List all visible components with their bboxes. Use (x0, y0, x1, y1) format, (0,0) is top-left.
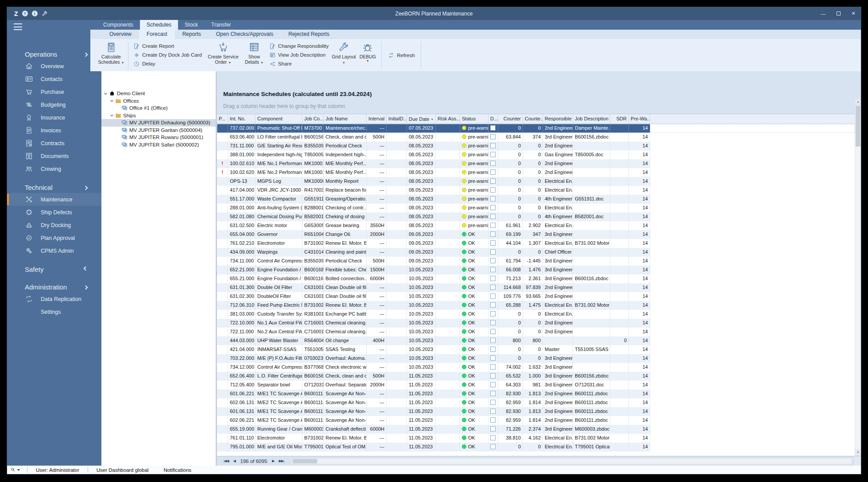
sidebar-item-contacts[interactable]: Contacts (7, 73, 101, 85)
sidebar-item-plan-approval[interactable]: Plan Approval (7, 231, 101, 244)
table-row[interactable]: 602.06.221M/E2 TC Scavenge Air S...B6001… (217, 416, 855, 425)
sidebar-item-dry-docking[interactable]: Dry Docking (7, 219, 101, 231)
tree-item-ships[interactable]: Ships (101, 112, 216, 120)
column-header-sdr[interactable]: SDR (610, 114, 629, 124)
column-header-risk[interactable]: Risk Ass... (436, 114, 460, 124)
expand-caret-icon[interactable] (110, 99, 113, 102)
tab-stock[interactable]: Stock (178, 20, 205, 30)
table-row[interactable]: 551.17.000Waste CompactorG551911Greasing… (217, 195, 855, 204)
table-row[interactable]: 712.06.310Feed Pump Electric Mo...B73100… (217, 301, 855, 310)
column-header-counter[interactable]: Counter (498, 114, 523, 124)
sidebar-item-purchase[interactable]: Purchase (7, 85, 101, 98)
pager-prev-button[interactable]: ◀ (233, 459, 235, 463)
table-row[interactable]: 434.09.000WarpingsC431014Cleaning and pa… (217, 248, 855, 257)
column-header-p[interactable]: P... (217, 114, 228, 124)
table-row[interactable]: 652.21.000Engine Foundation / Pi...B6001… (217, 266, 855, 274)
row-checkbox[interactable] (490, 187, 496, 193)
row-checkbox[interactable] (490, 293, 496, 299)
column-header-counter2[interactable]: Counte... (523, 114, 543, 124)
expand-caret-icon[interactable] (110, 113, 113, 116)
row-checkbox[interactable] (490, 196, 496, 201)
row-checkbox[interactable] (490, 134, 496, 139)
table-row[interactable]: 703.22.000M/E (P) F.O.Auto Filter0703023… (217, 354, 855, 363)
row-checkbox[interactable] (490, 214, 496, 219)
table-row[interactable]: 421.04.000INMARSAT-SSAST551005SSAS Testi… (217, 345, 855, 354)
table-row[interactable]: 602.06.131M/E2 TC Scavenge Air S...B6001… (217, 398, 855, 407)
table-row[interactable]: 722.11.000No.2 Aux Central FW C...C71600… (217, 328, 855, 336)
table-row[interactable]: 601.06.221M/E1 TC Scavenge Air S...B6001… (217, 389, 855, 398)
row-checkbox[interactable] (490, 320, 496, 325)
table-row[interactable]: 288.01.000Anti-fouling System (M...B2880… (217, 204, 855, 212)
row-checkbox[interactable] (490, 267, 496, 272)
subtab-overview[interactable]: Overview (102, 30, 139, 39)
sidebar-item-cpms-admin[interactable]: CPMS Admin (7, 244, 101, 257)
row-checkbox[interactable] (490, 373, 496, 378)
share-button[interactable]: Share (269, 59, 329, 68)
search-button[interactable] (7, 467, 23, 473)
sidebar-item-documents[interactable]: Documents (7, 150, 101, 162)
column-header-job_description[interactable]: Job Description (573, 114, 610, 124)
table-row[interactable]: 731.11.000G/E Starting Air ReservoirB355… (217, 142, 855, 150)
sidebar-item-contracts[interactable]: Contracts (7, 137, 101, 150)
row-checkbox[interactable] (490, 409, 496, 414)
scroll-down-arrow[interactable]: ▼ (855, 449, 861, 456)
row-checkbox[interactable] (490, 435, 496, 440)
row-checkbox[interactable] (490, 223, 496, 228)
table-row[interactable]: 652.06.400L.O. Filter Centrifugal B...B6… (217, 372, 855, 381)
subtab-reports[interactable]: Reports (175, 30, 209, 39)
delay-button[interactable]: Delay (133, 59, 202, 68)
column-header-job_name[interactable]: Job Name (324, 114, 367, 124)
row-checkbox[interactable] (490, 258, 496, 263)
table-row[interactable]: 655.21.000Engine Foundation / Pi...B6001… (217, 274, 855, 283)
table-row[interactable]: 722.10.000No.1 Aux Central FW C...C71600… (217, 319, 855, 328)
sidebar-section-technical[interactable]: Technical (7, 181, 101, 193)
subtab-rejected-reports[interactable]: Rejected Reports (281, 30, 337, 39)
scroll-up-arrow[interactable]: ▲ (855, 99, 861, 105)
tab-schedules[interactable]: Schedules (140, 20, 178, 30)
maximize-button[interactable] (831, 7, 846, 20)
row-checkbox[interactable] (490, 347, 496, 352)
row-checkbox[interactable] (490, 143, 496, 148)
row-checkbox[interactable] (490, 302, 496, 308)
table-row[interactable]: !100.02.610M/E No.1 Performance ...MK100… (217, 159, 855, 168)
table-row[interactable]: 734.12.000Control Air Compressor...B3770… (217, 363, 855, 372)
table-row[interactable]: OPS-13MGPS LogMK10000Monthly Report---08… (217, 177, 855, 186)
tree-item-office-1-office[interactable]: Office #1 (Office) (101, 104, 216, 112)
tab-components[interactable]: Components (97, 20, 140, 30)
tree-item-mv-jupiter-safari-5000002[interactable]: MV JUPITER Safari (5000002) (101, 141, 216, 149)
show-details-button[interactable]: Show Details ▼ (242, 40, 267, 70)
table-row[interactable]: 417.04.000VDR JRC JCY-1900R417003Replace… (217, 186, 855, 195)
subtab-forecast[interactable]: Forecast (139, 30, 175, 39)
tree-item-mv-jupiter-garitan-5000004[interactable]: MV JUPITER Garitan (5000004) (101, 127, 216, 134)
row-checkbox[interactable] (490, 355, 496, 361)
horizontal-scrollbar[interactable] (291, 458, 852, 464)
minimize-button[interactable]: — (816, 7, 831, 20)
row-checkbox[interactable] (490, 391, 496, 396)
row-checkbox[interactable] (490, 426, 496, 432)
row-checkbox[interactable] (490, 364, 496, 370)
grid-layout-button[interactable]: Grid Layout ▼ (331, 40, 356, 70)
row-checkbox[interactable] (490, 161, 496, 166)
table-row[interactable]: 734.11.000Control Air Compressor...B3550… (217, 257, 855, 266)
row-checkbox[interactable] (490, 329, 496, 334)
column-header-initial_d[interactable]: InitialD... (387, 114, 407, 124)
table-row[interactable]: 631.01.300Double Oil FilterC631001Clean … (217, 283, 855, 292)
table-row[interactable]: 381.03.000Custody Transfer Syste...R3810… (217, 310, 855, 319)
calculate-schedules-button[interactable]: Calculate Schedules ▼ (97, 40, 126, 70)
table-row[interactable]: 737.02.000Pneumatic Shut-Off D...M73700M… (217, 124, 855, 133)
column-header-due_date[interactable]: Due Date▲ (407, 114, 436, 124)
table-row[interactable]: 388.01.000Independent high-high...T85000… (217, 150, 855, 159)
tree-item-mv-jupiter-ruwaru-5000001[interactable]: MV JUPITER Ruwaru (5000001) (101, 134, 216, 141)
table-row[interactable]: 761.01.110ElectromotorB731002Renew El. M… (217, 434, 855, 443)
row-checkbox[interactable] (490, 338, 496, 343)
sidebar-item-maintenance[interactable]: Maintenance (7, 193, 101, 206)
row-checkbox[interactable] (490, 249, 496, 254)
column-header-responsible[interactable]: Responsible (543, 114, 573, 124)
table-row[interactable]: 761.02.210ElectromotorB731002Renew El. M… (217, 239, 855, 248)
create-report-button[interactable]: Create Report (133, 42, 202, 50)
table-row[interactable]: 653.06.400LO Filter centrifugal by-...B6… (217, 133, 855, 142)
debug-button[interactable]: DEBUG▼ (356, 40, 379, 70)
sidebar-item-ship-defects[interactable]: Ship Defects (7, 206, 101, 219)
row-checkbox[interactable] (490, 231, 496, 237)
row-checkbox[interactable] (490, 311, 496, 316)
